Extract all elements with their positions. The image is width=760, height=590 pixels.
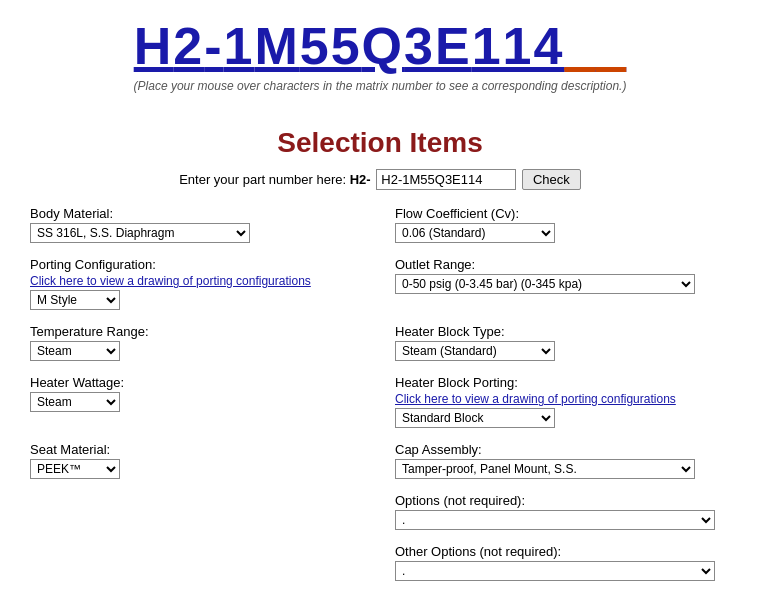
heater-block-type-select[interactable]: Steam (Standard) [395,341,555,361]
cap-assembly-label: Cap Assembly: [395,442,730,457]
body-material-select[interactable]: SS 316L, S.S. Diaphragm [30,223,250,243]
section-title: Selection Items [20,127,740,159]
empty-left-1 [30,493,365,530]
outlet-range-label: Outlet Range: [395,257,730,272]
porting-config-group: Porting Configuration: Click here to vie… [30,257,365,310]
temperature-range-label: Temperature Range: [30,324,365,339]
other-options-select[interactable]: . [395,561,715,581]
part-char-55: 55 [300,17,362,75]
selection-section: Selection Items Enter your part number h… [0,127,760,590]
seat-material-group: Seat Material: PEEK™ [30,442,365,479]
porting-config-select[interactable]: M Style [30,290,120,310]
heater-block-porting-link[interactable]: Click here to view a drawing of porting … [395,392,730,406]
part-char-M: M [254,17,299,75]
heater-block-porting-group: Heater Block Porting: Click here to view… [395,375,730,428]
flow-coefficient-select[interactable]: 0.06 (Standard) [395,223,555,243]
seat-material-label: Seat Material: [30,442,365,457]
heater-block-type-label: Heater Block Type: [395,324,730,339]
cap-assembly-group: Cap Assembly: Tamper-proof, Panel Mount,… [395,442,730,479]
heater-wattage-select[interactable]: Steam [30,392,120,412]
part-char-3: 3 [404,17,435,75]
empty-left-2 [30,544,365,581]
porting-config-link[interactable]: Click here to view a drawing of porting … [30,274,365,288]
porting-config-label: Porting Configuration: [30,257,365,272]
flow-coefficient-label: Flow Coefficient (Cv): [395,206,730,221]
header: H2-1M55Q3E114__ (Place your mouse over c… [0,0,760,97]
part-char-blank1: _ [564,17,595,75]
heater-block-type-group: Heater Block Type: Steam (Standard) [395,324,730,361]
part-number-entry: Enter your part number here: H2- Check [20,169,740,190]
outlet-range-group: Outlet Range: 0-50 psig (0-3.45 bar) (0-… [395,257,730,310]
seat-material-select[interactable]: PEEK™ [30,459,120,479]
part-number-title: H2-1M55Q3E114__ [0,18,760,75]
part-char-dash1: - [204,17,223,75]
part-char-Q: Q [362,17,404,75]
cap-assembly-select[interactable]: Tamper-proof, Panel Mount, S.S. [395,459,695,479]
entry-prefix: H2- [350,172,371,187]
outlet-range-select[interactable]: 0-50 psig (0-3.45 bar) (0-345 kpa) [395,274,695,294]
temperature-range-select[interactable]: Steam [30,341,120,361]
heater-wattage-group: Heater Wattage: Steam [30,375,365,428]
entry-label: Enter your part number here: H2- [179,172,374,187]
part-number-input[interactable] [376,169,516,190]
heater-wattage-label: Heater Wattage: [30,375,365,390]
check-button[interactable]: Check [522,169,581,190]
other-options-label: Other Options (not required): [395,544,730,559]
part-char-H: H [134,17,174,75]
part-char-E: E [435,17,472,75]
options-group: Options (not required): . [395,493,730,530]
other-options-group: Other Options (not required): . [395,544,730,581]
part-char-2: 2 [173,17,204,75]
heater-block-porting-select[interactable]: Standard Block [395,408,555,428]
flow-coefficient-group: Flow Coefficient (Cv): 0.06 (Standard) [395,206,730,243]
body-material-label: Body Material: [30,206,365,221]
part-char-1: 1 [224,17,255,75]
fields-grid: Body Material: SS 316L, S.S. Diaphragm F… [20,206,740,590]
temperature-range-group: Temperature Range: Steam [30,324,365,361]
part-char-114: 114 [472,17,565,75]
body-material-group: Body Material: SS 316L, S.S. Diaphragm [30,206,365,243]
header-subtitle: (Place your mouse over characters in the… [0,79,760,93]
options-label: Options (not required): [395,493,730,508]
heater-block-porting-label: Heater Block Porting: [395,375,730,390]
options-select[interactable]: . [395,510,715,530]
part-char-blank2: _ [595,17,626,75]
